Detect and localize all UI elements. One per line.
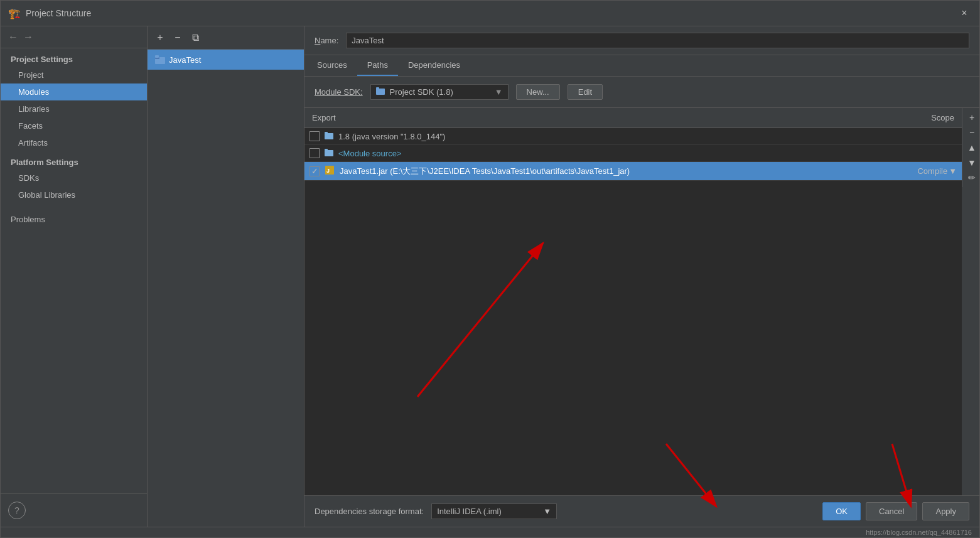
deps-header: Export Scope xyxy=(304,108,962,128)
remove-module-button[interactable]: − xyxy=(170,30,185,45)
sidebar-item-global-libraries[interactable]: Global Libraries xyxy=(1,186,147,203)
deps-list: 1.8 (java version "1.8.0_144") xyxy=(304,128,962,495)
deps-container: Export Scope xyxy=(304,108,962,495)
svg-rect-3 xyxy=(376,89,385,95)
sdk-edit-button[interactable]: Edit xyxy=(568,84,603,100)
tabs-row: Sources Paths Dependencies xyxy=(304,55,979,77)
title-bar: 🏗️ Project Structure × xyxy=(1,1,979,26)
dialog-title: Project Structure xyxy=(26,8,91,18)
remove-dep-button[interactable]: − xyxy=(965,126,979,139)
ok-button[interactable]: OK xyxy=(822,502,861,520)
dep-folder-icon-jdk xyxy=(325,131,333,141)
title-bar-left: 🏗️ Project Structure xyxy=(8,7,91,19)
dep-name-jdk: 1.8 (java version "1.8.0_144") xyxy=(338,132,957,141)
module-folder-icon xyxy=(155,55,165,65)
copy-module-button[interactable]: ⧉ xyxy=(188,30,203,45)
project-structure-dialog: 🏗️ Project Structure × ← → Project Setti… xyxy=(0,0,980,538)
back-button[interactable]: ← xyxy=(8,31,18,43)
sdk-value: Project SDK (1.8) xyxy=(390,87,453,97)
sidebar-item-artifacts[interactable]: Artifacts xyxy=(1,134,147,151)
status-bar: https://blog.csdn.net/qq_44861716 xyxy=(1,527,979,537)
sidebar-item-sdks[interactable]: SDKs xyxy=(1,169,147,186)
edit-dep-button[interactable]: ✏ xyxy=(965,171,979,185)
dep-name-jar: JavaTest1.jar (E:\大三下\J2EE\IDEA Tests\Ja… xyxy=(340,166,912,177)
project-settings-label: Project Settings xyxy=(1,48,147,67)
dep-scope-jar: Compile ▼ xyxy=(917,166,957,176)
dep-folder-icon-module-source xyxy=(325,148,333,158)
sdk-label: Module SDK: xyxy=(315,87,363,97)
svg-rect-6 xyxy=(325,132,328,134)
tab-dependencies[interactable]: Dependencies xyxy=(398,55,470,76)
svg-rect-4 xyxy=(376,87,379,89)
name-label: Name: xyxy=(315,36,338,45)
dep-row-module-source[interactable]: <Module source> xyxy=(304,145,962,162)
scope-header: Scope xyxy=(923,110,962,125)
sidebar-bottom: ? xyxy=(1,493,147,527)
storage-format-selector[interactable]: IntelliJ IDEA (.iml) ▼ xyxy=(431,503,557,519)
dep-row-jdk[interactable]: 1.8 (java version "1.8.0_144") xyxy=(304,128,962,145)
module-name-label: JavaTest xyxy=(169,55,201,65)
apply-button[interactable]: Apply xyxy=(922,502,969,520)
storage-format-value: IntelliJ IDEA (.iml) xyxy=(437,507,502,516)
dep-jar-icon: J xyxy=(325,165,335,177)
content-area: Name: Sources Paths Dependencies Module … xyxy=(304,26,979,527)
name-input[interactable] xyxy=(346,33,969,48)
dep-row-javatest-jar[interactable]: ✓ J JavaTest1.jar (E:\大三下\J2EE\IDEA Test… xyxy=(304,162,962,181)
app-icon: 🏗️ xyxy=(8,7,21,19)
add-dep-button[interactable]: + xyxy=(965,110,979,124)
move-down-button[interactable]: ▼ xyxy=(965,156,979,169)
move-up-button[interactable]: ▲ xyxy=(965,141,979,154)
export-header: Export xyxy=(304,110,343,125)
add-module-button[interactable]: + xyxy=(153,30,168,45)
svg-text:J: J xyxy=(326,168,330,174)
tab-paths[interactable]: Paths xyxy=(357,55,398,76)
module-item-javatest[interactable]: JavaTest xyxy=(148,50,304,70)
problems-item[interactable]: Problems xyxy=(1,208,147,230)
svg-rect-5 xyxy=(325,133,333,139)
svg-rect-8 xyxy=(325,149,328,151)
platform-settings-label: Platform Settings xyxy=(1,151,147,169)
sdk-dropdown-arrow: ▼ xyxy=(495,87,503,97)
storage-format-label: Dependencies storage format: xyxy=(315,507,424,516)
sdk-new-button[interactable]: New... xyxy=(516,84,560,100)
dep-export-checkbox-module-source[interactable] xyxy=(310,148,320,158)
folder-icon xyxy=(376,87,385,97)
sidebar-item-libraries[interactable]: Libraries xyxy=(1,100,147,117)
sidebar-item-modules[interactable]: Modules xyxy=(1,83,147,100)
right-action-buttons: + − ▲ ▼ ✏ xyxy=(962,108,979,187)
dep-name-module-source: <Module source> xyxy=(338,149,957,158)
sidebar-item-facets[interactable]: Facets xyxy=(1,117,147,134)
svg-rect-2 xyxy=(155,55,159,58)
svg-rect-7 xyxy=(325,150,333,156)
cancel-button[interactable]: Cancel xyxy=(866,502,917,520)
storage-dropdown-arrow: ▼ xyxy=(543,507,551,516)
dialog-body: ← → Project Settings Project Modules Lib… xyxy=(1,26,979,527)
help-button[interactable]: ? xyxy=(8,502,26,519)
close-button[interactable]: × xyxy=(957,6,972,21)
sdk-selector[interactable]: Project SDK (1.8) ▼ xyxy=(370,84,509,100)
dialog-action-buttons: OK Cancel Apply xyxy=(822,502,969,520)
status-url: https://blog.csdn.net/qq_44861716 xyxy=(866,529,972,536)
name-row: Name: xyxy=(304,26,979,55)
sidebar-item-project[interactable]: Project xyxy=(1,67,147,83)
sidebar: ← → Project Settings Project Modules Lib… xyxy=(1,26,148,527)
dep-export-checkbox-jar[interactable]: ✓ xyxy=(310,166,320,176)
scope-dropdown-arrow[interactable]: ▼ xyxy=(949,166,957,176)
tab-sources[interactable]: Sources xyxy=(307,55,357,76)
nav-controls: ← → xyxy=(1,26,147,48)
module-list-panel: + − ⧉ JavaTest xyxy=(148,26,304,527)
bottom-row: Dependencies storage format: IntelliJ ID… xyxy=(304,495,979,527)
sdk-row: Module SDK: Project SDK (1.8) ▼ New... E… xyxy=(304,77,979,108)
dep-export-checkbox-jdk[interactable] xyxy=(310,131,320,141)
module-toolbar: + − ⧉ xyxy=(148,26,304,50)
forward-button[interactable]: → xyxy=(23,31,33,43)
dependencies-panel: Export Scope xyxy=(304,108,979,495)
